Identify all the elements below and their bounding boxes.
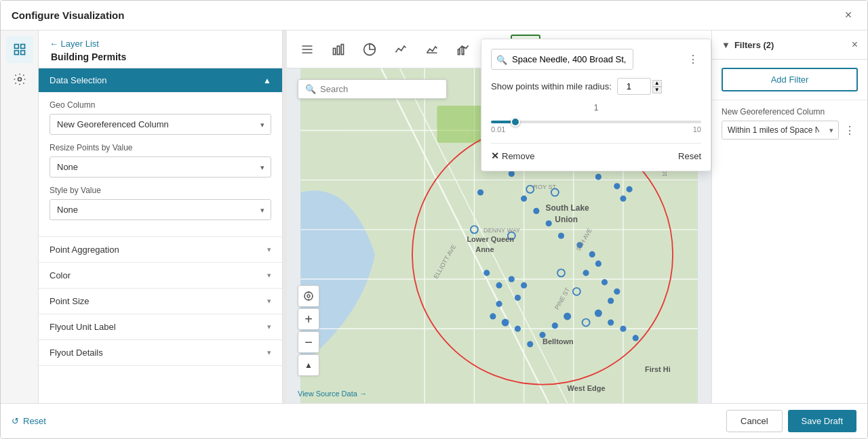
flyout-details-label: Flyout Details: [50, 348, 103, 358]
left-panel-scroll: Data Selection ▲ Geo Column New Georefer…: [39, 68, 282, 403]
area-chart-button[interactable]: [417, 35, 447, 64]
map-search-bar: 🔍: [298, 79, 447, 99]
data-selection-chevron: ▲: [263, 76, 271, 85]
geo-remove-button[interactable]: ✕ Remove: [491, 150, 534, 161]
line-chart-button[interactable]: [386, 35, 416, 64]
table-view-button[interactable]: [292, 35, 322, 64]
geo-slider-section: 1 0.01 10: [491, 103, 701, 133]
geo-search-row: 🔍 ⋮: [491, 49, 701, 70]
zoom-out-button[interactable]: −: [298, 331, 319, 353]
modal-close-button[interactable]: ×: [840, 7, 856, 24]
svg-text:Union: Union: [555, 215, 578, 224]
svg-point-71: [502, 319, 509, 327]
geo-column-select-wrapper: New Georeferenced Column: [50, 114, 271, 135]
north-reset-button[interactable]: ▲: [298, 354, 319, 376]
filter-close-button[interactable]: ×: [852, 39, 858, 51]
svg-rect-3: [20, 51, 24, 55]
filter-menu-button[interactable]: ⋮: [842, 124, 858, 137]
geo-radius-input[interactable]: [617, 78, 651, 95]
sidebar-layers-button[interactable]: [6, 36, 33, 63]
bar-chart-button[interactable]: [323, 35, 353, 64]
svg-point-53: [546, 220, 552, 226]
modal-header: Configure Visualization ×: [1, 1, 867, 30]
map-controls: + − ▲: [298, 285, 319, 376]
color-row[interactable]: Color ▾: [39, 263, 282, 289]
back-to-layer-list-button[interactable]: ← Layer List: [50, 39, 99, 49]
modal-container: Configure Visualization ×: [0, 0, 868, 439]
svg-point-54: [558, 232, 564, 238]
svg-point-63: [608, 320, 614, 326]
geo-radius-slider[interactable]: [491, 121, 701, 123]
svg-point-66: [564, 312, 571, 320]
filter-value-select-wrapper: Within 1 miles of Space Ne...: [722, 121, 839, 140]
geo-reset-button[interactable]: Reset: [678, 151, 701, 161]
flyout-details-chevron: ▾: [267, 348, 271, 357]
save-draft-button[interactable]: Save Draft: [788, 410, 856, 432]
point-aggregation-row[interactable]: Point Aggregation ▾: [39, 237, 282, 263]
resize-select[interactable]: None: [50, 156, 271, 177]
footer-reset-button[interactable]: ↺ Reset: [12, 416, 46, 426]
geo-radius-arrows: ▲ ▼: [652, 80, 662, 93]
svg-point-74: [515, 295, 521, 301]
svg-point-52: [533, 208, 539, 214]
svg-text:West Edge: West Edge: [568, 384, 606, 392]
radius-decrease-button[interactable]: ▼: [652, 87, 662, 93]
geo-slider-max-label: 10: [693, 125, 701, 133]
point-aggregation-chevron: ▾: [267, 245, 271, 254]
flyout-unit-label-label: Flyout Unit Label: [50, 322, 116, 332]
filter-value-select[interactable]: Within 1 miles of Space Ne...: [722, 121, 839, 140]
style-select-wrapper: None: [50, 199, 271, 220]
layer-list-header: ← Layer List Building Permits: [39, 30, 282, 68]
svg-rect-14: [462, 47, 464, 54]
geo-popup-menu-button[interactable]: ⋮: [685, 53, 701, 66]
cancel-button[interactable]: Cancel: [726, 410, 782, 432]
point-size-label: Point Size: [50, 296, 90, 306]
zoom-in-button[interactable]: +: [298, 308, 319, 330]
color-label: Color: [50, 270, 71, 280]
geo-column-select[interactable]: New Georeferenced Column: [50, 114, 271, 135]
svg-rect-13: [458, 49, 460, 55]
svg-text:ROY ST: ROY ST: [533, 184, 556, 190]
svg-point-67: [552, 322, 558, 329]
svg-text:Lower Queen: Lower Queen: [467, 235, 514, 243]
svg-point-50: [521, 196, 527, 202]
flyout-unit-label-row[interactable]: Flyout Unit Label ▾: [39, 314, 282, 340]
combined-chart-button[interactable]: [448, 35, 478, 64]
filter-item-row: Within 1 miles of Space Ne... ⋮: [722, 121, 858, 140]
svg-point-48: [620, 196, 626, 202]
svg-point-76: [509, 276, 515, 282]
style-select[interactable]: None: [50, 199, 271, 220]
map-source-link[interactable]: View Source Data →: [298, 390, 367, 398]
flyout-details-row[interactable]: Flyout Details ▾: [39, 340, 282, 366]
svg-point-72: [490, 313, 496, 319]
geo-radius-input-wrap: ▲ ▼: [617, 78, 662, 95]
add-filter-button[interactable]: Add Filter: [722, 68, 858, 91]
geo-radius-label: Show points within mile radius:: [491, 81, 612, 91]
radius-increase-button[interactable]: ▲: [652, 80, 662, 87]
color-chevron: ▾: [267, 271, 271, 280]
filter-icon: ▼: [722, 40, 730, 50]
geo-search-input[interactable]: [491, 49, 633, 70]
geo-search-icon: 🔍: [496, 54, 507, 64]
left-panel: ← Layer List Building Permits Data Selec…: [39, 30, 283, 403]
map-search-input[interactable]: [320, 84, 439, 94]
locate-button[interactable]: [298, 285, 319, 307]
modal-title: Configure Visualization: [12, 9, 124, 21]
svg-point-70: [515, 326, 521, 332]
data-selection-header[interactable]: Data Selection ▲: [39, 68, 282, 92]
svg-point-49: [509, 171, 515, 177]
sidebar-settings-button[interactable]: [6, 66, 33, 93]
geo-column-label: Geo Column: [50, 100, 271, 110]
svg-text:South Lake: South Lake: [546, 203, 589, 213]
footer-actions: Cancel Save Draft: [726, 410, 856, 432]
pie-chart-button[interactable]: [355, 35, 384, 64]
filter-panel: ▼ Filters (2) × Add Filter New Georefere…: [711, 30, 867, 403]
svg-text:Belltown: Belltown: [542, 337, 574, 346]
svg-point-59: [601, 279, 608, 285]
filter-item: New Georeferenced Column Within 1 miles …: [712, 100, 867, 146]
style-label: Style by Value: [50, 186, 271, 195]
point-size-row[interactable]: Point Size ▾: [39, 289, 282, 314]
svg-text:Anne: Anne: [475, 245, 494, 253]
svg-point-78: [484, 270, 490, 276]
svg-point-65: [633, 335, 639, 341]
